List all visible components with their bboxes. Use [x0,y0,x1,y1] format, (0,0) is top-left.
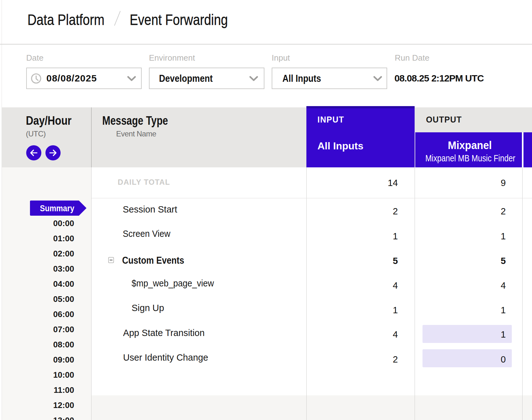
svg-text:Summary: Summary [40,203,74,213]
